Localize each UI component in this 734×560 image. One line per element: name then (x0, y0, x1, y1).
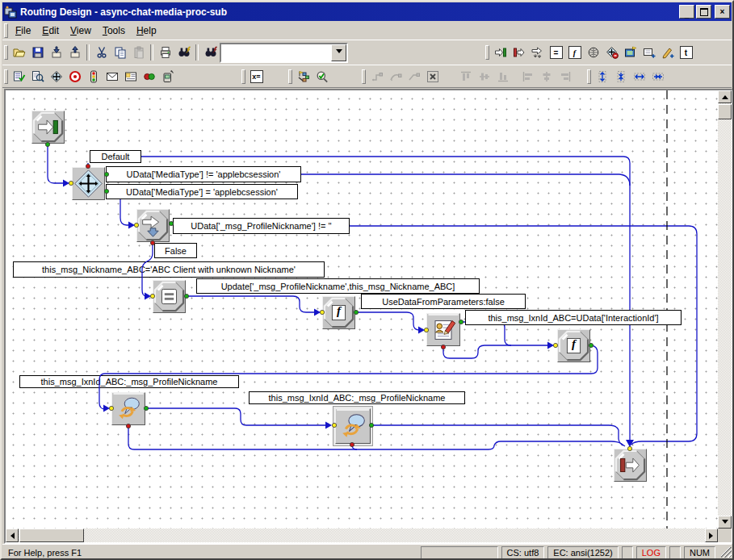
status-blank-small-2 (669, 546, 681, 559)
interaction-dots-button[interactable] (140, 67, 158, 86)
branch-label-media-eq[interactable]: UData['MediaType'] = 'applebcsession' (106, 184, 298, 199)
palette-macro-button[interactable] (621, 44, 640, 62)
palette-gripper[interactable] (485, 45, 489, 60)
branch-label-media-ne[interactable]: UData['MediaType'] != 'applebcsession' (106, 166, 301, 182)
palette-subroutine-button[interactable] (640, 44, 658, 62)
palette-function-button[interactable]: f (565, 44, 584, 62)
maximize-button[interactable] (696, 5, 711, 19)
copy-button[interactable] (111, 44, 129, 62)
menu-tools[interactable]: Tools (97, 23, 131, 38)
find-in-files-button[interactable] (201, 44, 220, 62)
function-block-2[interactable]: f (557, 329, 590, 362)
link-straight-button[interactable] (367, 67, 386, 86)
size-width-shrink-button[interactable] (648, 67, 667, 86)
function-block-1[interactable]: f (322, 296, 355, 329)
list-check-button[interactable] (10, 67, 28, 86)
link-gripper[interactable] (362, 69, 366, 84)
scroll-down-button[interactable] (718, 516, 732, 529)
update-record-block[interactable] (426, 313, 460, 346)
palette-segmentation-button[interactable] (528, 44, 547, 62)
segmentation-block[interactable] (72, 167, 105, 200)
label-use-data[interactable]: UseDataFromParameters:false (361, 294, 526, 309)
validate-gripper[interactable] (288, 69, 292, 84)
horizontal-scrollbar[interactable] (6, 529, 718, 542)
palette-multiassign-button[interactable]: = (547, 44, 565, 62)
palette-entry-button[interactable] (491, 44, 510, 62)
device-button[interactable] (158, 67, 177, 86)
palette-edit-button[interactable] (658, 44, 677, 62)
align-top-button[interactable] (456, 67, 475, 86)
flow-canvas[interactable]: Default UData['MediaType'] != 'applebcse… (6, 90, 718, 529)
palette-web-button[interactable] (584, 44, 602, 62)
email-button[interactable] (103, 67, 121, 86)
menu-help[interactable]: Help (131, 23, 162, 38)
branch-label-default[interactable]: Default (90, 150, 141, 163)
align-center-button[interactable] (537, 67, 556, 86)
label-chat2[interactable]: this_msg_IxnId_ABC:_msg_ProfileNickname (249, 391, 465, 404)
if-branch-block[interactable] (136, 209, 170, 242)
note-card-button[interactable] (121, 67, 140, 86)
size-width-grow-button[interactable] (630, 67, 648, 86)
check-out-button[interactable] (65, 44, 84, 62)
expression-gripper[interactable] (241, 69, 245, 84)
validate-check-button[interactable] (312, 67, 331, 86)
target-button[interactable] (65, 67, 84, 86)
align-bottom-button[interactable] (493, 67, 512, 86)
vertical-scrollbar[interactable] (718, 90, 732, 529)
toolbar1-gripper[interactable] (4, 45, 8, 60)
palette-exit-button[interactable] (510, 44, 528, 62)
segmentation-diamond-button[interactable] (47, 67, 65, 86)
size-height-grow-button[interactable] (593, 67, 611, 86)
minimize-button[interactable]: _ (679, 5, 694, 19)
traffic-light-button[interactable] (84, 67, 103, 86)
close-button[interactable]: × (715, 5, 730, 19)
label-chat1[interactable]: this_msg_IxnId_ABC:_msg_ProfileNickname (19, 375, 239, 388)
open-button[interactable] (10, 44, 28, 62)
exit-block[interactable] (614, 449, 647, 482)
save-button[interactable] (28, 44, 47, 62)
combo-dropdown-button[interactable] (331, 44, 346, 61)
link-angled-button[interactable] (405, 67, 423, 86)
search-combo-input[interactable] (221, 44, 331, 61)
menu-edit[interactable]: Edit (36, 23, 65, 38)
search-combo[interactable] (220, 43, 348, 63)
link-curved-button[interactable] (386, 67, 405, 86)
label-assign-nickname[interactable]: this_msg_Nickname_ABC='ABC Client with u… (13, 261, 325, 278)
chat-transcript-block-2[interactable] (335, 408, 371, 444)
print-button[interactable] (156, 44, 174, 62)
align-left-button[interactable] (518, 67, 537, 86)
segmentation-icon (73, 168, 104, 199)
x-equals-button[interactable]: x= (247, 67, 266, 86)
palette-routing-button[interactable] (602, 44, 621, 62)
size-height-shrink-button[interactable] (611, 67, 630, 86)
cut-button[interactable] (92, 44, 111, 62)
zoom-document-button[interactable] (28, 67, 47, 86)
label-update-call[interactable]: Update['_msg_ProfileNickname',this_msg_N… (196, 278, 480, 294)
scroll-left-button[interactable] (6, 529, 19, 542)
resize-grip[interactable] (721, 547, 732, 558)
paste-button[interactable] (129, 44, 148, 62)
scroll-up-button[interactable] (718, 90, 732, 103)
menu-file[interactable]: File (10, 23, 36, 38)
entry-block[interactable] (31, 111, 65, 144)
branch-label-nickname-ne[interactable]: UData['_msg_ProfileNickname'] != '' (173, 218, 350, 234)
check-in-button[interactable] (47, 44, 65, 62)
label-assign-ixnid[interactable]: this_msg_IxnId_ABC=UData['InteractionId'… (465, 310, 682, 325)
vertical-scroll-thumb[interactable] (718, 104, 732, 119)
chat-transcript-block-1[interactable] (111, 392, 145, 425)
delete-link-button[interactable] (423, 67, 442, 86)
align-middle-button[interactable] (475, 67, 493, 86)
horizontal-scroll-thumb[interactable] (19, 529, 84, 542)
multi-assign-block[interactable] (153, 280, 186, 313)
publish-flag-button[interactable] (294, 67, 312, 86)
menu-gripper[interactable] (4, 23, 8, 38)
align-right-button[interactable] (556, 67, 574, 86)
toolbar2-gripper[interactable] (4, 69, 8, 84)
menu-view[interactable]: View (65, 23, 97, 38)
scroll-right-button[interactable] (705, 529, 718, 542)
palette-text-button[interactable]: t (677, 44, 695, 62)
size-gripper[interactable] (587, 69, 591, 84)
branch-label-false[interactable]: False (154, 243, 197, 258)
find-button[interactable] (174, 44, 193, 62)
title-bar[interactable]: Routing Design - async-chat-media-proc-s… (2, 2, 732, 21)
